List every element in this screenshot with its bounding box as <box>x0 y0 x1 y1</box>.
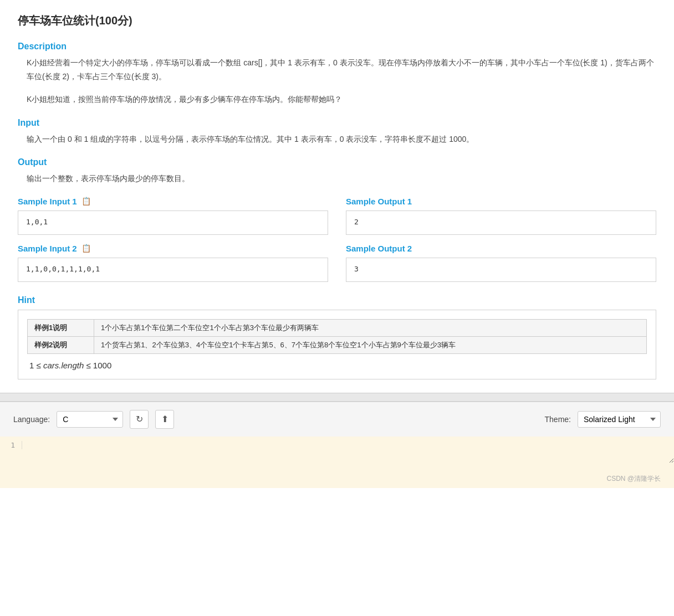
description-label: Description <box>18 42 656 52</box>
sample1-output-block: Sample Output 1 2 <box>346 197 656 235</box>
hint-table: 样例1说明1个小车占第1个车位第二个车位空1个小车占第3个车位最少有两辆车样例2… <box>27 319 647 354</box>
sample2-output-label: Sample Output 2 <box>346 244 656 253</box>
sample1-copy-icon[interactable]: 📋 <box>81 197 91 206</box>
sample2-input-box: 1,1,0,0,1,1,1,0,1 <box>18 258 328 282</box>
language-select[interactable]: C C++ Java Python JavaScript <box>57 411 123 428</box>
description-para2: K小姐想知道，按照当前停车场的停放情况，最少有多少辆车停在停车场内。你能帮帮她吗… <box>18 93 656 106</box>
description-para1: K小姐经营着一个特定大小的停车场，停车场可以看成一个数组 cars[]，其中 1… <box>18 56 656 84</box>
input-section: Input 输入一个由 0 和 1 组成的字符串，以逗号分隔，表示停车场的车位情… <box>18 118 656 146</box>
sample1-input-label: Sample Input 1 📋 <box>18 197 328 206</box>
bottom-toolbar: Language: C C++ Java Python JavaScript ↻… <box>0 402 674 437</box>
code-input[interactable] <box>22 441 674 463</box>
sample2-input-block: Sample Input 2 📋 1,1,0,0,1,1,1,0,1 <box>18 244 328 282</box>
credit-bar: CSDN @清隆学长 <box>0 470 674 488</box>
hint-row-name: 样例1说明 <box>28 319 94 336</box>
input-label: Input <box>18 118 656 128</box>
hint-row-content: 1个小车占第1个车位第二个车位空1个小车占第3个车位最少有两辆车 <box>94 319 647 336</box>
credit-text: CSDN @清隆学长 <box>606 475 661 482</box>
hint-row-name: 样例2说明 <box>28 336 94 353</box>
hint-section: Hint 样例1说明1个小车占第1个车位第二个车位空1个小车占第3个车位最少有两… <box>18 295 656 379</box>
reset-button[interactable]: ↻ <box>130 410 149 429</box>
separator <box>0 393 674 402</box>
hint-box: 样例1说明1个小车占第1个车位第二个车位空1个小车占第3个车位最少有两辆车样例2… <box>18 310 656 379</box>
language-label: Language: <box>13 415 50 424</box>
sample1-input-block: Sample Input 1 📋 1,0,1 <box>18 197 328 235</box>
sample1-output-label: Sample Output 1 <box>346 197 656 206</box>
hint-constraint: 1 ≤ cars.length ≤ 1000 <box>27 361 647 370</box>
theme-label: Theme: <box>545 415 571 424</box>
description-section: Description K小姐经营着一个特定大小的停车场，停车场可以看成一个数组… <box>18 42 656 107</box>
sample2-copy-icon[interactable]: 📋 <box>81 244 91 253</box>
line-number-1: 1 <box>0 441 22 449</box>
page-title: 停车场车位统计(100分) <box>18 13 656 28</box>
hint-label: Hint <box>18 295 656 305</box>
hint-table-row: 样例2说明1个货车占第1、2个车位第3、4个车位空1个卡车占第5、6、7个车位第… <box>28 336 647 353</box>
hint-table-row: 样例1说明1个小车占第1个车位第二个车位空1个小车占第3个车位最少有两辆车 <box>28 319 647 336</box>
sample2-output-block: Sample Output 2 3 <box>346 244 656 282</box>
output-label: Output <box>18 157 656 167</box>
theme-select[interactable]: Solarized Light Solarized Dark Default M… <box>578 411 661 428</box>
output-section: Output 输出一个整数，表示停车场内最少的停车数目。 <box>18 157 656 186</box>
output-text: 输出一个整数，表示停车场内最少的停车数目。 <box>18 172 656 186</box>
sample1-input-box: 1,0,1 <box>18 211 328 235</box>
sample2-output-box: 3 <box>346 258 656 282</box>
upload-button[interactable]: ⬆ <box>155 410 174 429</box>
sample1-grid: Sample Input 1 📋 1,0,1 Sample Output 1 2… <box>18 197 656 282</box>
input-text: 输入一个由 0 和 1 组成的字符串，以逗号分隔，表示停车场的车位情况。其中 1… <box>18 132 656 146</box>
hint-row-content: 1个货车占第1、2个车位第3、4个车位空1个卡车占第5、6、7个车位第8个车位空… <box>94 336 647 353</box>
sample2-input-label: Sample Input 2 📋 <box>18 244 328 253</box>
code-area: 1 <box>0 437 674 470</box>
sample1-output-box: 2 <box>346 211 656 235</box>
